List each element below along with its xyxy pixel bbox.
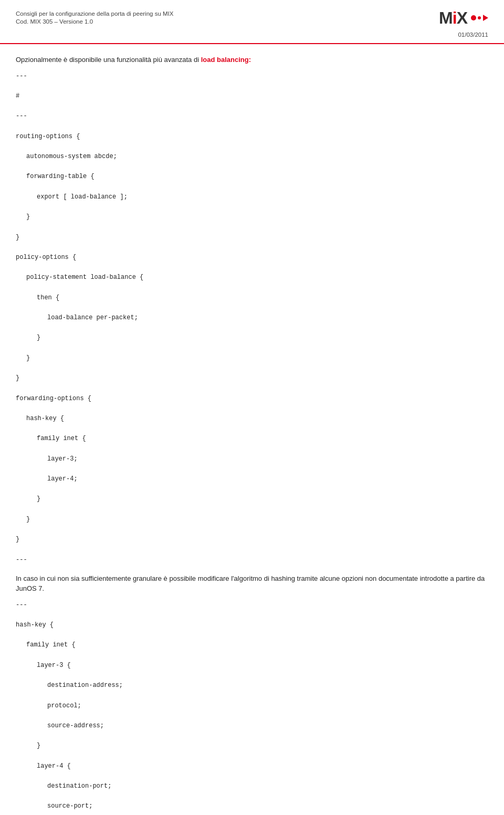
code-line: load-balance per-packet; (47, 313, 488, 323)
paragraph-1: In caso in cui non sia sufficientemente … (16, 573, 488, 594)
code-line: } (16, 373, 488, 383)
intro-highlight: load balancing: (201, 56, 251, 64)
logo-dots (469, 15, 488, 21)
code-line: then { (37, 293, 488, 303)
main-content: Opzionalmente è disponibile una funziona… (0, 44, 504, 815)
code-line: export [ load-balance ]; (37, 192, 488, 202)
code-line: layer-4 { (37, 761, 488, 771)
code-line: family inet { (37, 434, 488, 444)
code-line: layer-3 { (37, 661, 488, 671)
code-line: --- (16, 71, 488, 81)
logo-text: MiX (439, 9, 467, 26)
code-block-2: --- hash-key { family inet { layer-3 { d… (16, 600, 488, 815)
intro-paragraph: Opzionalmente è disponibile una funziona… (16, 55, 488, 65)
code-line: --- (16, 600, 488, 610)
dot-large (471, 15, 476, 20)
code-line: } (26, 353, 488, 363)
logo: MiX (439, 9, 488, 26)
code-line: } (37, 494, 488, 504)
code-line: destination-port; (47, 781, 488, 791)
code-line: --- (16, 555, 488, 565)
header-date: 01/03/2011 (458, 32, 488, 38)
code-line: forwarding-table { (26, 172, 488, 182)
code-line: layer-4; (47, 474, 488, 484)
code-line: protocol; (47, 701, 488, 711)
page-header: Consigli per la configurazione della por… (0, 0, 504, 44)
code-line: destination-address; (47, 681, 488, 691)
paragraph-1-text: In caso in cui non sia sufficientemente … (16, 574, 485, 593)
code-line: routing-options { (16, 132, 488, 142)
code-block-1: --- # --- routing-options { autonomous-s… (16, 71, 488, 565)
intro-text: Opzionalmente è disponibile una funziona… (16, 56, 201, 64)
dot-small (478, 16, 481, 19)
code-line: } (16, 233, 488, 243)
header-title: Consigli per la configurazione della por… (16, 9, 173, 18)
code-line: hash-key { (26, 414, 488, 424)
code-line: layer-3; (47, 454, 488, 464)
code-line: --- (16, 111, 488, 121)
code-line: } (16, 535, 488, 545)
code-line: } (26, 515, 488, 525)
code-line: } (37, 333, 488, 343)
code-line: # (16, 91, 488, 101)
header-right: MiX 01/03/2011 (439, 9, 488, 38)
code-line: family inet { (26, 640, 488, 650)
header-text: Consigli per la configurazione della por… (16, 9, 173, 25)
arrow-right-icon (483, 15, 488, 21)
code-line: } (26, 212, 488, 222)
code-line: hash-key { (16, 620, 488, 630)
code-line: source-address; (47, 721, 488, 731)
code-line: policy-options { (16, 253, 488, 263)
code-line: autonomous-system abcde; (26, 152, 488, 162)
header-subtitle: Cod. MIX 305 – Versione 1.0 (16, 18, 173, 25)
code-line: policy-statement load-balance { (26, 273, 488, 283)
code-line: source-port; (47, 801, 488, 811)
code-line: forwarding-options { (16, 394, 488, 404)
code-line: } (37, 741, 488, 751)
